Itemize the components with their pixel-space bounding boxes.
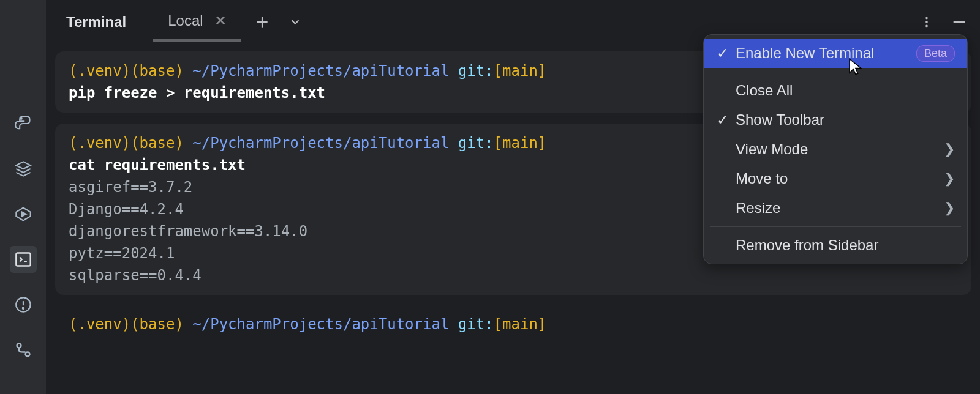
menu-label: Resize	[736, 199, 941, 217]
base-indicator: (base)	[130, 316, 184, 333]
menu-label: Remove from Sidebar	[736, 237, 955, 254]
cwd-path: ~/PycharmProjects/apiTutorial	[192, 135, 449, 152]
chevron-right-icon: ❯	[944, 141, 955, 157]
svg-point-7	[17, 344, 21, 348]
minimize-icon[interactable]	[951, 13, 968, 31]
terminal-options-menu: ✓ Enable New Terminal Beta Close All ✓ S…	[703, 34, 968, 264]
menu-move-to[interactable]: Move to ❯	[704, 164, 967, 193]
menu-separator	[710, 226, 961, 227]
python-console-icon[interactable]	[10, 110, 37, 137]
menu-label: Enable New Terminal	[736, 45, 909, 62]
venv-indicator: (.venv)	[69, 316, 130, 333]
base-indicator: (base)	[130, 62, 184, 80]
svg-rect-3	[16, 253, 30, 266]
packages-icon[interactable]	[10, 155, 37, 182]
menu-label: Close All	[736, 82, 955, 99]
services-icon[interactable]	[10, 201, 37, 228]
cwd-path: ~/PycharmProjects/apiTutorial	[192, 62, 449, 80]
menu-remove-from-sidebar[interactable]: Remove from Sidebar	[704, 231, 967, 260]
git-label: git:	[458, 62, 494, 80]
menu-resize[interactable]: Resize ❯	[704, 193, 967, 223]
git-label: git:	[458, 316, 494, 333]
panel-title: Terminal	[58, 13, 135, 31]
check-icon: ✓	[712, 111, 733, 128]
venv-indicator: (.venv)	[69, 62, 130, 80]
svg-point-13	[925, 25, 928, 28]
active-prompt: (.venv)(base) ~/PycharmProjects/apiTutor…	[55, 306, 971, 335]
venv-indicator: (.venv)	[69, 135, 130, 152]
problems-icon[interactable]	[10, 291, 37, 318]
output-line: sqlparse==0.4.4	[69, 264, 958, 286]
menu-enable-new-terminal[interactable]: ✓ Enable New Terminal Beta	[704, 39, 967, 68]
close-icon[interactable]: ✕	[214, 12, 227, 29]
git-branch: [main]	[494, 135, 547, 152]
menu-label: Show Toolbar	[736, 111, 955, 128]
svg-point-6	[22, 308, 23, 309]
menu-close-all[interactable]: Close All	[704, 76, 967, 105]
menu-view-mode[interactable]: View Mode ❯	[704, 135, 967, 164]
tool-sidebar	[0, 0, 47, 394]
svg-marker-2	[21, 212, 26, 217]
tab-label: Local	[168, 12, 203, 29]
beta-badge: Beta	[916, 45, 955, 62]
menu-separator	[710, 72, 961, 72]
chevron-right-icon: ❯	[944, 171, 955, 187]
tab-local[interactable]: Local ✕	[153, 2, 241, 42]
chevron-down-icon[interactable]	[284, 11, 306, 33]
menu-label: View Mode	[736, 141, 941, 158]
new-tab-button[interactable]	[251, 11, 273, 33]
terminal-tool-icon[interactable]	[10, 246, 37, 273]
svg-point-8	[25, 352, 29, 357]
svg-point-0	[20, 118, 21, 119]
menu-show-toolbar[interactable]: ✓ Show Toolbar	[704, 105, 967, 135]
svg-point-11	[925, 17, 928, 20]
version-control-icon[interactable]	[10, 336, 37, 363]
cwd-path: ~/PycharmProjects/apiTutorial	[192, 316, 449, 333]
git-label: git:	[458, 135, 494, 152]
base-indicator: (base)	[130, 135, 184, 152]
svg-point-12	[925, 21, 928, 23]
check-icon: ✓	[712, 45, 733, 62]
git-branch: [main]	[494, 316, 547, 333]
git-branch: [main]	[494, 62, 547, 80]
menu-label: Move to	[736, 170, 941, 187]
chevron-right-icon: ❯	[944, 200, 955, 216]
more-options-icon[interactable]	[920, 15, 933, 29]
